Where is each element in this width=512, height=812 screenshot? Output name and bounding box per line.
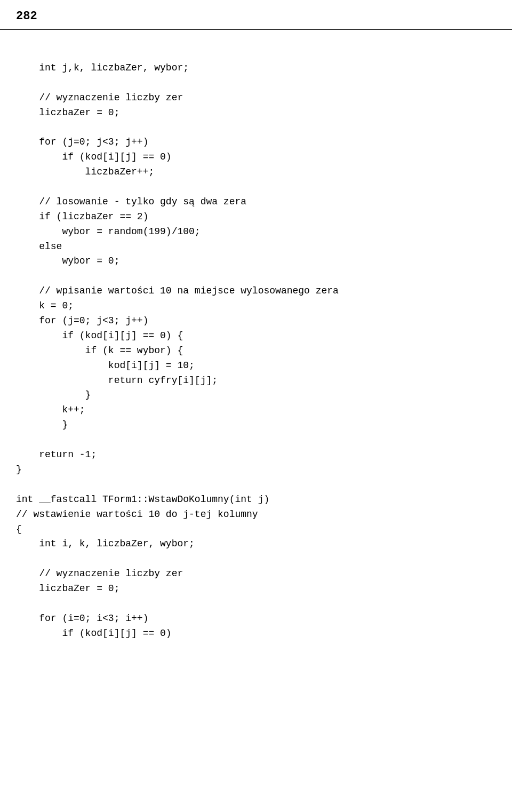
page-number: 282 (16, 10, 37, 23)
code-block: int j,k, liczbaZer, wybor; // wyznaczeni… (0, 30, 512, 657)
page-header: 282 (0, 0, 512, 30)
page-container: 282 int j,k, liczbaZer, wybor; // wyznac… (0, 0, 512, 812)
